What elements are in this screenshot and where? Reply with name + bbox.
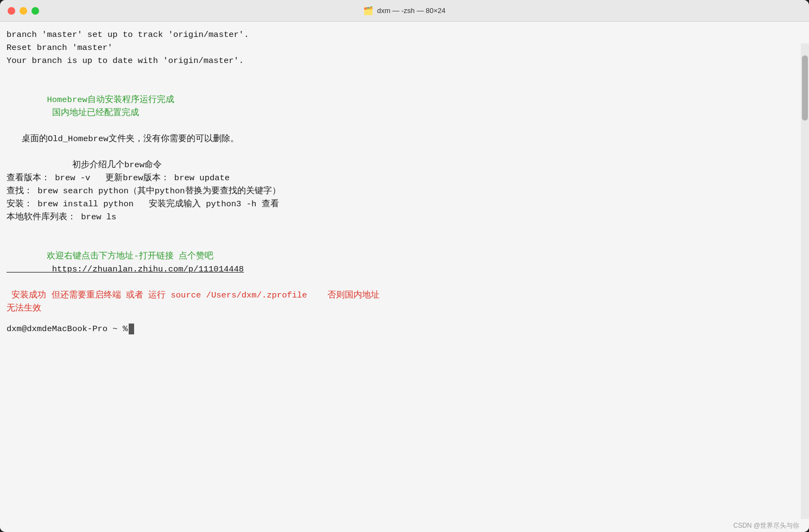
terminal-line-welcome: 欢迎右键点击下方地址-打开链接 点个赞吧 — [7, 250, 793, 263]
cursor — [129, 324, 134, 334]
terminal-line-no-effect: 无法生效 — [7, 302, 793, 315]
terminal-line-url[interactable]: https://zhuanlan.zhihu.com/p/111014448 — [7, 263, 793, 276]
window-icon: 🗂️ — [363, 6, 374, 16]
terminal-empty-7 — [7, 276, 793, 289]
terminal-line-brew-version: 查看版本： brew -v 更新brew版本： brew update — [7, 172, 793, 185]
terminal-line-brew-intro: 初步介绍几个brew命令 — [7, 159, 793, 172]
terminal-content[interactable]: branch 'master' set up to track 'origin/… — [0, 22, 809, 519]
terminal-empty-3 — [7, 119, 793, 132]
terminal-empty-2 — [7, 80, 793, 93]
traffic-lights — [8, 7, 39, 15]
terminal-line-homebrew-complete: Homebrew自动安装程序运行完成 — [7, 93, 793, 106]
terminal-window: 🗂️ dxm — -zsh — 80×24 branch 'master' se… — [0, 0, 809, 532]
prompt-text: dxm@dxmdeMacBook-Pro ~ % — [7, 322, 128, 335]
csdn-label: CSDN @世界尽头与你 — [733, 521, 799, 530]
terminal-prompt: dxm@dxmdeMacBook-Pro ~ % — [7, 322, 793, 335]
terminal-line-3: Your branch is up to date with 'origin/m… — [7, 54, 793, 67]
scrollbar-thumb[interactable] — [802, 55, 808, 121]
title-bar: 🗂️ dxm — -zsh — 80×24 — [0, 0, 809, 22]
bottom-bar: CSDN @世界尽头与你 — [0, 519, 809, 532]
terminal-line-brew-install: 安装： brew install python 安装完成输入 python3 -… — [7, 198, 793, 211]
window-title: 🗂️ dxm — -zsh — 80×24 — [363, 6, 445, 16]
terminal-line-brew-search: 查找： brew search python（其中python替换为要查找的关键… — [7, 185, 793, 198]
terminal-line-2: Reset branch 'master' — [7, 41, 793, 54]
maximize-button[interactable] — [31, 7, 39, 15]
close-button[interactable] — [8, 7, 15, 15]
terminal-empty-4 — [7, 145, 793, 159]
window-title-text: dxm — -zsh — 80×24 — [377, 7, 445, 15]
terminal-empty-6 — [7, 237, 793, 250]
terminal-line-1: branch 'master' set up to track 'origin/… — [7, 28, 793, 41]
terminal-empty-1 — [7, 67, 793, 80]
terminal-line-brew-ls: 本地软件库列表： brew ls — [7, 211, 793, 224]
terminal-empty-5 — [7, 224, 793, 237]
terminal-line-install-success: 安装成功 但还需要重启终端 或者 运行 source /Users/dxm/.z… — [7, 289, 793, 302]
terminal-line-desktop-folder: 桌面的Old_Homebrew文件夹，没有你需要的可以删除。 — [7, 132, 793, 145]
terminal-line-domestic-config: 国内地址已经配置完成 — [7, 106, 793, 119]
minimize-button[interactable] — [20, 7, 27, 15]
scrollbar-track[interactable] — [801, 43, 809, 519]
